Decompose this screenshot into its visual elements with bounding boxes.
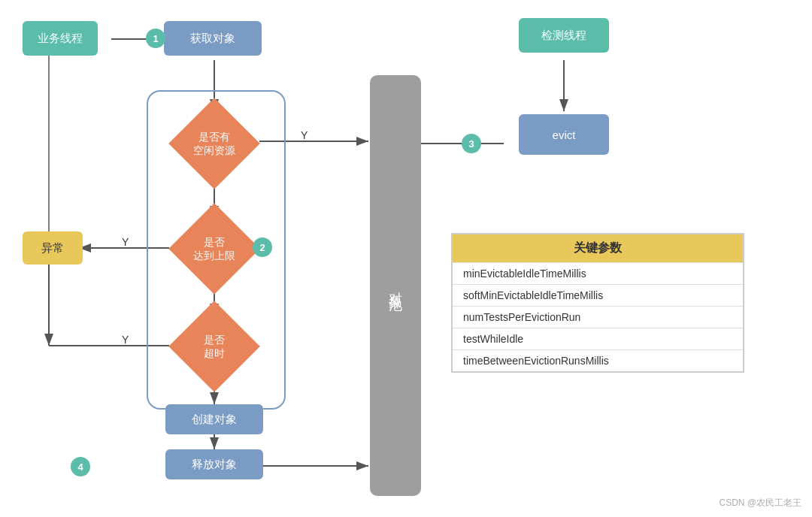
business-thread-node: 业务线程 [23, 21, 98, 56]
release-object-node: 释放对象 [165, 449, 263, 479]
badge-4: 4 [71, 457, 90, 476]
params-row-2: softMinEvictableIdleTimeMillis [453, 284, 743, 306]
params-row-4: testWhileIdle [453, 328, 743, 349]
object-pool-node: 对象池 [370, 75, 421, 496]
y-label-2: Y [122, 236, 129, 248]
badge-3: 3 [462, 134, 481, 153]
exception-node: 异常 [23, 231, 83, 265]
params-table: 关键参数 minEvictableIdleTimeMillis softMinE… [451, 233, 744, 373]
badge-1: 1 [146, 29, 165, 48]
y-label-3: Y [122, 334, 129, 346]
badge-2: 2 [253, 237, 272, 257]
check-idle-node: 是否有 空闲资源 [168, 98, 260, 189]
diagram-container: 业务线程 获取对象 是否有 空闲资源 是否 达到上限 是否 超时 创建对象 释放… [0, 0, 812, 517]
check-limit-node: 是否 达到上限 [168, 203, 260, 295]
params-row-5: timeBetweenEvictionRunsMillis [453, 349, 743, 371]
params-row-3: numTestsPerEvictionRun [453, 306, 743, 328]
y-label-1: Y [301, 129, 308, 141]
params-header: 关键参数 [453, 234, 743, 262]
check-timeout-node: 是否 超时 [168, 301, 260, 392]
create-object-node: 创建对象 [165, 404, 263, 434]
watermark: CSDN @农民工老王 [719, 497, 801, 509]
get-object-node: 获取对象 [164, 21, 262, 56]
params-row-1: minEvictableIdleTimeMillis [453, 262, 743, 284]
evict-node: evict [519, 114, 609, 155]
detect-thread-node: 检测线程 [519, 18, 609, 53]
